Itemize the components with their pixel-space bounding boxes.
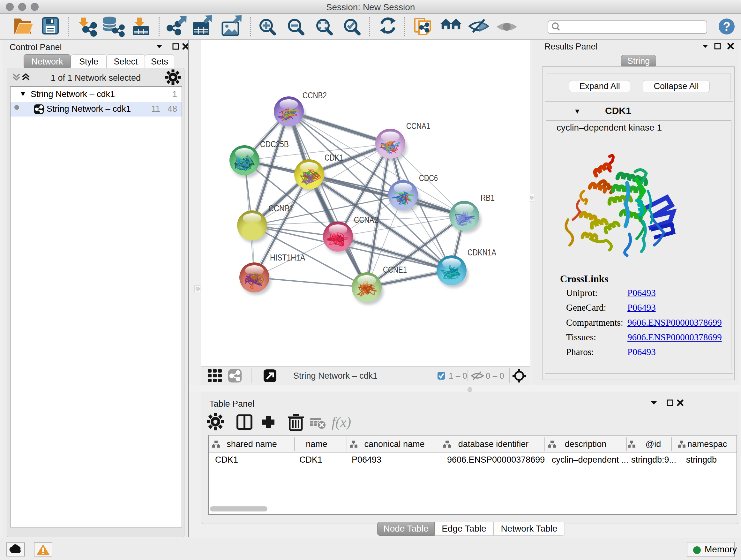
svg-text:canonical name: canonical name [364, 439, 424, 449]
svg-text:database identifier: database identifier [458, 439, 529, 449]
svg-text:CCNB1: CCNB1 [268, 204, 294, 213]
svg-text:CCNA1: CCNA1 [406, 121, 430, 131]
svg-text:HIST1H1A: HIST1H1A [270, 253, 305, 262]
svg-text:0 – 0: 0 – 0 [486, 371, 504, 381]
svg-text:CCNB2: CCNB2 [302, 91, 327, 100]
svg-text:CDK1: CDK1 [325, 153, 343, 163]
svg-text:CDC25B: CDC25B [260, 139, 289, 149]
svg-text:String Network – cdk1: String Network – cdk1 [293, 371, 378, 381]
svg-text:description: description [565, 439, 607, 449]
svg-text:CCNA2: CCNA2 [354, 215, 378, 225]
svg-text:CDC6: CDC6 [419, 173, 438, 183]
svg-text:f(x): f(x) [332, 415, 351, 430]
svg-text:name: name [306, 439, 327, 449]
svg-text:@id: @id [646, 439, 661, 449]
svg-text:namespac: namespac [687, 439, 727, 449]
svg-text:?: ? [723, 20, 730, 33]
svg-text:1 – 0: 1 – 0 [449, 371, 467, 381]
svg-text:CCNE1: CCNE1 [383, 265, 407, 274]
svg-text:shared name: shared name [226, 439, 277, 449]
svg-text:RB1: RB1 [481, 193, 495, 203]
svg-text:CDKN1A: CDKN1A [468, 248, 496, 257]
